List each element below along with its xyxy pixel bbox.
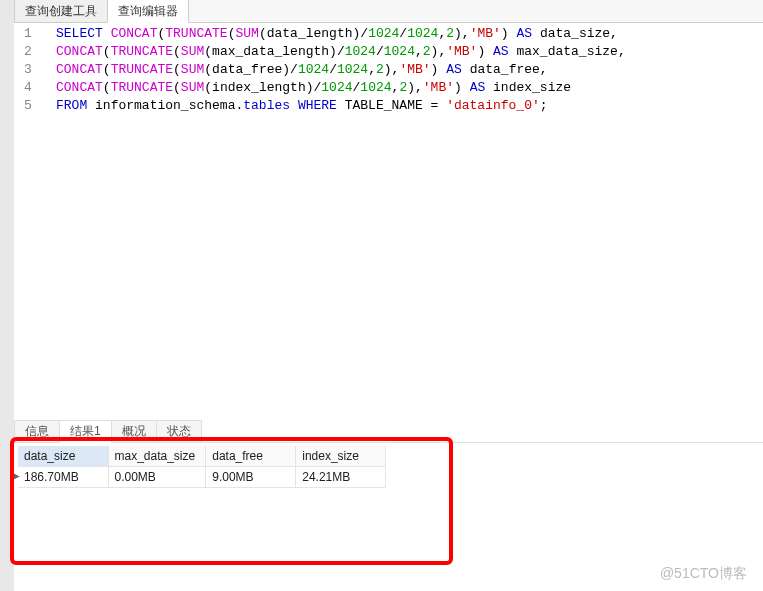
row-pointer-icon: ▶: [12, 470, 20, 481]
table-header-row: data_size max_data_size data_free index_…: [18, 446, 386, 467]
col-header[interactable]: data_size: [18, 446, 108, 467]
col-header[interactable]: index_size: [296, 446, 386, 467]
tab-status[interactable]: 状态: [156, 420, 202, 442]
line-number: 5: [14, 97, 42, 115]
line-number: 4: [14, 79, 42, 97]
table-row[interactable]: 186.70MB 0.00MB 9.00MB 24.21MB: [18, 467, 386, 488]
col-header[interactable]: data_free: [206, 446, 296, 467]
code-area[interactable]: SELECT CONCAT(TRUNCATE(SUM(data_length)/…: [42, 23, 763, 421]
cell[interactable]: 9.00MB: [206, 467, 296, 488]
tab-query-builder[interactable]: 查询创建工具: [14, 0, 108, 22]
tab-info[interactable]: 信息: [14, 420, 60, 442]
watermark: @51CTO博客: [660, 565, 747, 583]
line-number: 3: [14, 61, 42, 79]
result-panel: ▶ data_size max_data_size data_free inde…: [14, 443, 763, 588]
line-number: 2: [14, 43, 42, 61]
cell[interactable]: 24.21MB: [296, 467, 386, 488]
tab-query-editor[interactable]: 查询编辑器: [107, 0, 189, 23]
left-gutter: [0, 0, 14, 591]
result-table[interactable]: data_size max_data_size data_free index_…: [18, 446, 386, 488]
tab-profile[interactable]: 概况: [111, 420, 157, 442]
cell[interactable]: 186.70MB: [18, 467, 108, 488]
cell[interactable]: 0.00MB: [108, 467, 206, 488]
sql-editor[interactable]: 1 2 3 4 5 SELECT CONCAT(TRUNCATE(SUM(dat…: [14, 23, 763, 421]
line-number-gutter: 1 2 3 4 5: [14, 23, 42, 421]
line-number: 1: [14, 25, 42, 43]
tab-result1[interactable]: 结果1: [59, 420, 112, 443]
top-tab-bar: 查询创建工具 查询编辑器: [0, 0, 763, 23]
col-header[interactable]: max_data_size: [108, 446, 206, 467]
bottom-tab-bar: 信息 结果1 概况 状态: [14, 421, 763, 443]
